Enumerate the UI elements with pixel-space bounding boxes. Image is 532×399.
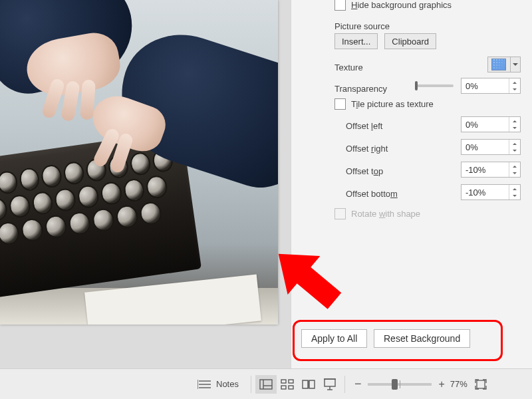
slider-thumb-icon bbox=[415, 81, 418, 90]
slide-picture bbox=[0, 0, 278, 325]
offset-left-label: Offset left bbox=[346, 121, 382, 131]
tile-picture-checkbox[interactable] bbox=[334, 98, 346, 110]
offset-bottom-spinner[interactable]: -10% bbox=[461, 184, 521, 200]
tile-picture-label: Tile picture as texture bbox=[351, 99, 434, 109]
rotate-with-shape-checkbox bbox=[334, 208, 346, 219]
reset-background-button[interactable]: Reset Background bbox=[374, 329, 470, 348]
spinner-down-icon[interactable] bbox=[509, 86, 520, 93]
slide-sorter-icon bbox=[281, 379, 294, 390]
texture-dropdown[interactable] bbox=[487, 57, 521, 72]
transparency-label: Transparency bbox=[334, 84, 387, 94]
svg-rect-11 bbox=[281, 386, 286, 389]
normal-view-button[interactable] bbox=[255, 375, 277, 394]
transparency-value: 0% bbox=[462, 81, 509, 91]
offset-right-spinner[interactable]: 0% bbox=[461, 139, 521, 155]
offset-right-label: Offset right bbox=[346, 144, 388, 154]
separator bbox=[344, 376, 345, 393]
apply-to-all-button[interactable]: Apply to All bbox=[301, 329, 367, 348]
slide[interactable] bbox=[0, 0, 278, 325]
notes-icon bbox=[198, 379, 212, 390]
fit-to-window-button[interactable] bbox=[473, 376, 489, 392]
normal-view-icon bbox=[259, 379, 273, 390]
reading-view-icon bbox=[301, 379, 316, 390]
slide-show-button[interactable] bbox=[319, 375, 340, 394]
insert-button[interactable]: Insert... bbox=[334, 33, 378, 49]
svg-rect-10 bbox=[289, 380, 293, 383]
zoom-slider[interactable] bbox=[368, 383, 432, 386]
hide-background-graphics-label: Hide background graphics bbox=[351, 0, 452, 10]
zoom-tick-icon bbox=[400, 380, 400, 388]
reading-view-button[interactable] bbox=[298, 375, 319, 394]
clipboard-button[interactable]: Clipboard bbox=[384, 33, 436, 49]
spinner-up-icon[interactable] bbox=[509, 78, 520, 86]
svg-rect-6 bbox=[260, 380, 272, 389]
texture-label: Texture bbox=[334, 63, 363, 72]
offset-bottom-label: Offset bottom bbox=[346, 189, 398, 199]
offset-top-label: Offset top bbox=[346, 166, 383, 176]
notes-button[interactable]: Notes bbox=[190, 374, 247, 395]
offset-top-spinner[interactable]: -10% bbox=[461, 162, 521, 178]
zoom-control: − + bbox=[354, 377, 445, 391]
rotate-with-shape-label: Rotate with shape bbox=[351, 209, 420, 219]
svg-rect-14 bbox=[325, 379, 335, 386]
chevron-down-icon bbox=[510, 57, 520, 72]
slide-show-icon bbox=[323, 378, 336, 390]
svg-rect-9 bbox=[281, 380, 286, 383]
zoom-percentage[interactable]: 77% bbox=[450, 379, 467, 389]
format-background-pane: Hide background graphics Picture source … bbox=[291, 0, 532, 369]
svg-rect-12 bbox=[289, 386, 293, 389]
slide-stage bbox=[0, 0, 291, 369]
svg-rect-18 bbox=[477, 380, 485, 388]
status-bar: Notes − + 77% bbox=[0, 368, 532, 399]
notes-label: Notes bbox=[216, 379, 239, 389]
transparency-slider[interactable] bbox=[415, 84, 454, 87]
transparency-spinner[interactable]: 0% bbox=[461, 78, 521, 94]
zoom-in-button[interactable]: + bbox=[438, 378, 444, 390]
fit-to-window-icon bbox=[474, 378, 487, 390]
texture-swatch-icon bbox=[491, 59, 506, 70]
hide-background-graphics-checkbox[interactable] bbox=[334, 0, 346, 11]
picture-source-label: Picture source bbox=[334, 21, 390, 31]
zoom-out-button[interactable]: − bbox=[354, 377, 362, 391]
offset-left-spinner[interactable]: 0% bbox=[461, 116, 521, 132]
separator bbox=[251, 376, 251, 393]
zoom-thumb-icon bbox=[392, 379, 398, 390]
slide-sorter-view-button[interactable] bbox=[277, 375, 298, 394]
